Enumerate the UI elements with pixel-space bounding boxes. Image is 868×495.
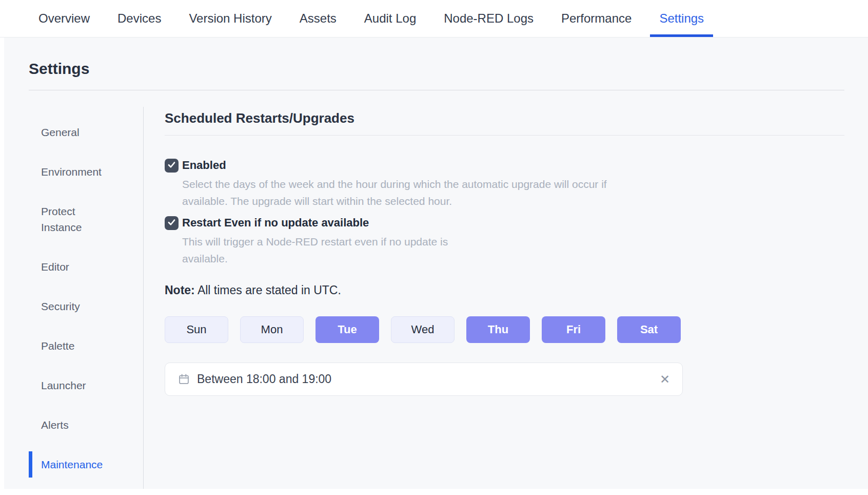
tab-node-red-logs[interactable]: Node-RED Logs <box>435 0 543 37</box>
time-window-input[interactable]: Between 18:00 and 19:00 ✕ <box>165 363 683 396</box>
settings-panel: Settings General Environment Protect Ins… <box>4 37 868 489</box>
tab-version-history[interactable]: Version History <box>180 0 281 37</box>
sidebar-item-protect-instance[interactable]: Protect Instance <box>29 198 116 240</box>
sidebar-item-environment[interactable]: Environment <box>29 159 116 185</box>
utc-note: Note: All times are stated in UTC. <box>165 282 844 298</box>
day-button-fri[interactable]: Fri <box>542 316 605 343</box>
note-text: All times are stated in UTC. <box>198 283 341 297</box>
check-icon <box>167 217 176 229</box>
title-divider <box>29 90 844 90</box>
day-button-thu[interactable]: Thu <box>466 316 530 343</box>
day-button-sun[interactable]: Sun <box>165 316 228 343</box>
sidebar-item-editor[interactable]: Editor <box>29 254 116 280</box>
sidebar-item-maintenance[interactable]: Maintenance <box>29 451 116 478</box>
tab-overview[interactable]: Overview <box>29 0 99 37</box>
tab-audit-log[interactable]: Audit Log <box>355 0 425 37</box>
restart-description: This will trigger a Node-RED restart eve… <box>182 233 480 267</box>
restart-option-row: Restart Even if no update available <box>165 216 844 230</box>
calendar-icon <box>178 373 190 385</box>
sidebar-item-security[interactable]: Security <box>29 293 116 319</box>
day-button-sat[interactable]: Sat <box>617 316 681 343</box>
day-selector: Sun Mon Tue Wed Thu Fri Sat <box>165 316 844 343</box>
time-window-value: Between 18:00 and 19:00 <box>197 372 660 386</box>
enabled-description: Select the days of the week and the hour… <box>182 176 623 210</box>
settings-sidebar: General Environment Protect Instance Edi… <box>29 107 144 489</box>
sidebar-item-launcher[interactable]: Launcher <box>29 372 116 398</box>
options-list: Enabled Select the days of the week and … <box>165 158 844 267</box>
tab-performance[interactable]: Performance <box>552 0 641 37</box>
instance-tab-bar: Overview Devices Version History Assets … <box>0 0 868 37</box>
restart-checkbox[interactable] <box>165 216 179 230</box>
tab-assets[interactable]: Assets <box>290 0 346 37</box>
day-button-wed[interactable]: Wed <box>391 316 455 343</box>
check-icon <box>167 160 176 172</box>
page-title: Settings <box>29 60 844 78</box>
tab-settings[interactable]: Settings <box>650 0 713 37</box>
sidebar-item-general[interactable]: General <box>29 119 116 145</box>
enabled-option-row: Enabled <box>165 158 844 173</box>
day-button-mon[interactable]: Mon <box>240 316 304 343</box>
sidebar-item-alerts[interactable]: Alerts <box>29 412 116 438</box>
maintenance-section: Scheduled Restarts/Upgrades Enabled Sele… <box>144 107 844 489</box>
day-button-tue[interactable]: Tue <box>315 316 379 343</box>
clear-icon[interactable]: ✕ <box>660 373 670 386</box>
note-label: Note: <box>165 283 195 297</box>
section-title: Scheduled Restarts/Upgrades <box>165 109 844 136</box>
sidebar-item-palette[interactable]: Palette <box>29 333 116 359</box>
enabled-label: Enabled <box>182 159 226 172</box>
restart-label: Restart Even if no update available <box>182 216 369 230</box>
settings-content: General Environment Protect Instance Edi… <box>29 107 844 489</box>
tab-devices[interactable]: Devices <box>108 0 170 37</box>
enabled-checkbox[interactable] <box>165 159 179 173</box>
